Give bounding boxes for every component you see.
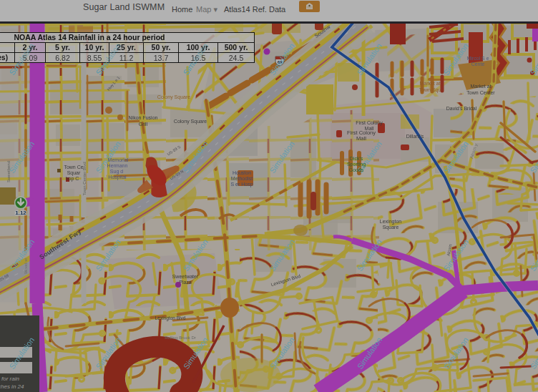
svg-text:Rolling Brook Dr: Rolling Brook Dr — [165, 335, 196, 340]
svg-text:Sweetbend: Sweetbend — [6, 161, 11, 182]
svg-text:Dillard's: Dillard's — [406, 134, 424, 139]
svg-text:Lexington Blvd: Lexington Blvd — [155, 315, 186, 321]
svg-text:First Colony: First Colony — [356, 120, 383, 126]
svg-text:David's Bridal: David's Bridal — [446, 106, 477, 111]
svg-text:Lexington: Lexington — [380, 219, 401, 225]
svg-text:S er Hosp: S er Hosp — [230, 182, 253, 187]
svg-text:Mall: Mall — [356, 135, 366, 142]
svg-text:Market at: Market at — [419, 81, 440, 86]
svg-text:Grill: Grill — [139, 122, 148, 127]
svg-text:hop C: hop C — [66, 176, 79, 182]
svg-text:Cente: Cente — [471, 62, 485, 67]
svg-text:Nikon Fusion: Nikon Fusion — [129, 115, 158, 120]
svg-text:Goods: Goods — [349, 167, 364, 172]
svg-text:Wood st: Wood st — [24, 258, 28, 274]
svg-text:Methodist: Methodist — [231, 176, 253, 181]
svg-text:Memorial: Memorial — [108, 157, 129, 162]
svg-text:1.12: 1.12 — [15, 210, 26, 216]
svg-text:Town Squ: Town Squ — [419, 87, 441, 93]
svg-text:Market at: Market at — [470, 84, 491, 89]
svg-text:Sweetwater: Sweetwater — [172, 274, 199, 279]
svg-text:Squar: Squar — [67, 170, 81, 176]
svg-text:Colony Square: Colony Square — [157, 94, 190, 100]
svg-text:Mircol S e: Mircol S e — [466, 56, 489, 61]
svg-text:Sporting: Sporting — [347, 162, 366, 167]
svg-text:Town Center: Town Center — [466, 90, 495, 95]
svg-text:Hermann: Hermann — [107, 163, 128, 168]
svg-text:Town Center Blvd: Town Center Blvd — [82, 162, 87, 195]
svg-text:Town Ce: Town Ce — [64, 165, 83, 170]
svg-text:Houston: Houston — [233, 170, 251, 175]
svg-text:ches in 24: ches in 24 — [0, 383, 24, 390]
svg-text:Plaza: Plaza — [179, 280, 192, 285]
svg-text:Sug d: Sug d — [110, 169, 123, 175]
svg-text:Colony Square: Colony Square — [174, 119, 207, 124]
svg-text:for rain: for rain — [1, 376, 19, 382]
svg-text:Hospital: Hospital — [108, 175, 127, 180]
svg-text:Square: Square — [383, 225, 399, 230]
svg-text:Dick's: Dick's — [350, 156, 363, 161]
